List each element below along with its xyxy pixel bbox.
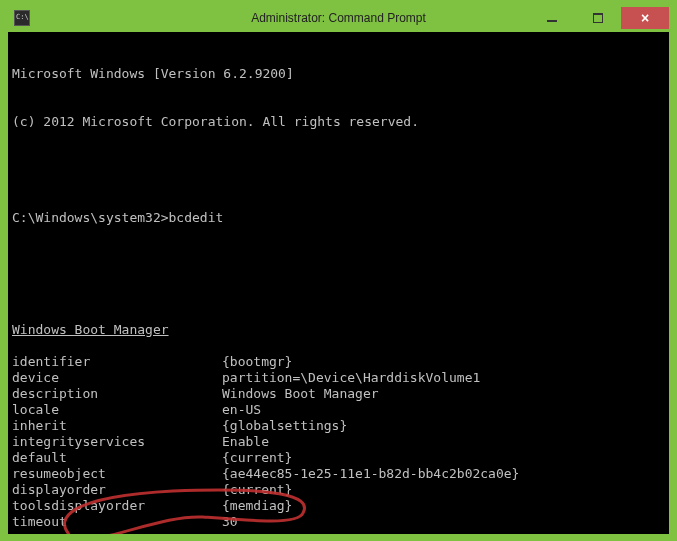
section-title: Windows Boot Manager (12, 322, 665, 338)
row-value: Windows Boot Manager (222, 386, 665, 402)
cmd-icon (14, 10, 30, 26)
row-key: device (12, 370, 222, 386)
row-key: toolsdisplayorder (12, 498, 222, 514)
minimize-button[interactable] (529, 7, 575, 29)
row-value: {globalsettings} (222, 418, 665, 434)
window-controls: × (529, 7, 669, 29)
blank-line (12, 530, 665, 534)
blank-line (12, 258, 665, 274)
row-value: Enable (222, 434, 665, 450)
row-value: {bootmgr} (222, 354, 665, 370)
row-value: partition=\Device\HarddiskVolume1 (222, 370, 665, 386)
output-row: identifier{bootmgr} (12, 354, 665, 370)
window-title: Administrator: Command Prompt (251, 11, 426, 25)
row-value: 30 (222, 514, 665, 530)
output-row: integrityservicesEnable (12, 434, 665, 450)
version-line: Microsoft Windows [Version 6.2.9200] (12, 66, 665, 82)
output-row: default{current} (12, 450, 665, 466)
terminal-output[interactable]: Microsoft Windows [Version 6.2.9200] (c)… (8, 32, 669, 534)
row-key: integrityservices (12, 434, 222, 450)
close-icon: × (641, 11, 649, 25)
blank-line (12, 162, 665, 178)
row-value: {ae44ec85-1e25-11e1-b82d-bb4c2b02ca0e} (222, 466, 665, 482)
minimize-icon (547, 20, 557, 22)
maximize-icon (593, 13, 603, 23)
row-key: inherit (12, 418, 222, 434)
maximize-button[interactable] (575, 7, 621, 29)
row-value: {current} (222, 482, 665, 498)
command-entered: bcdedit (169, 210, 224, 225)
titlebar[interactable]: Administrator: Command Prompt × (8, 4, 669, 32)
output-row: inherit{globalsettings} (12, 418, 665, 434)
row-value: {memdiag} (222, 498, 665, 514)
output-row: toolsdisplayorder{memdiag} (12, 498, 665, 514)
section-divider (12, 338, 665, 354)
prompt-path: C:\Windows\system32> (12, 210, 169, 225)
row-key: displayorder (12, 482, 222, 498)
output-row: resumeobject{ae44ec85-1e25-11e1-b82d-bb4… (12, 466, 665, 482)
command-prompt-window: Administrator: Command Prompt × Microsof… (4, 0, 673, 538)
row-value: {current} (222, 450, 665, 466)
output-row: timeout30 (12, 514, 665, 530)
output-row: displayorder{current} (12, 482, 665, 498)
row-key: locale (12, 402, 222, 418)
row-key: timeout (12, 514, 222, 530)
close-button[interactable]: × (621, 7, 669, 29)
row-key: description (12, 386, 222, 402)
row-value: en-US (222, 402, 665, 418)
row-key: identifier (12, 354, 222, 370)
prompt-line-1: C:\Windows\system32>bcdedit (12, 210, 665, 226)
output-row: descriptionWindows Boot Manager (12, 386, 665, 402)
row-key: default (12, 450, 222, 466)
row-key: resumeobject (12, 466, 222, 482)
output-row: localeen-US (12, 402, 665, 418)
copyright-line: (c) 2012 Microsoft Corporation. All righ… (12, 114, 665, 130)
output-row: devicepartition=\Device\HarddiskVolume1 (12, 370, 665, 386)
